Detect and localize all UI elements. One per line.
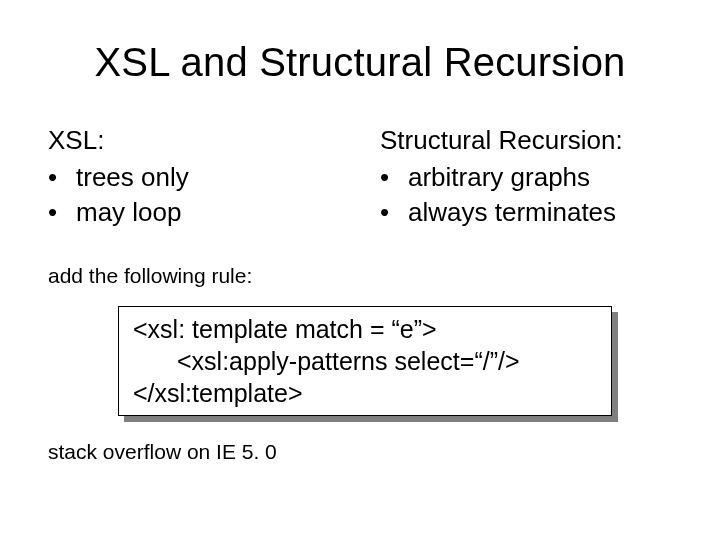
left-bullet-1: • trees only	[48, 160, 340, 195]
code-line-1: <xsl: template match = “e”>	[133, 313, 597, 345]
right-column-head: Structural Recursion:	[380, 123, 672, 158]
right-column: Structural Recursion: • arbitrary graphs…	[380, 123, 672, 230]
code-line-3: </xsl:template>	[133, 377, 597, 409]
left-bullet-2: • may loop	[48, 195, 340, 230]
code-line-2: <xsl:apply-patterns select=“/”/>	[133, 345, 597, 377]
right-bullet-1-text: arbitrary graphs	[408, 160, 590, 195]
bullet-icon: •	[380, 195, 408, 230]
code-box-content: <xsl: template match = “e”> <xsl:apply-p…	[118, 306, 612, 416]
right-bullet-2-text: always terminates	[408, 195, 616, 230]
left-bullet-2-text: may loop	[76, 195, 182, 230]
rule-intro-text: add the following rule:	[48, 264, 672, 288]
right-bullet-2: • always terminates	[380, 195, 672, 230]
bullet-icon: •	[48, 160, 76, 195]
left-column-head: XSL:	[48, 123, 340, 158]
footer-text: stack overflow on IE 5. 0	[48, 440, 672, 464]
bullet-icon: •	[48, 195, 76, 230]
two-column-body: XSL: • trees only • may loop Structural …	[48, 123, 672, 230]
slide: XSL and Structural Recursion XSL: • tree…	[0, 0, 720, 540]
left-bullet-1-text: trees only	[76, 160, 189, 195]
slide-title: XSL and Structural Recursion	[48, 40, 672, 85]
right-bullet-1: • arbitrary graphs	[380, 160, 672, 195]
left-column: XSL: • trees only • may loop	[48, 123, 340, 230]
bullet-icon: •	[380, 160, 408, 195]
code-box: <xsl: template match = “e”> <xsl:apply-p…	[118, 306, 612, 416]
